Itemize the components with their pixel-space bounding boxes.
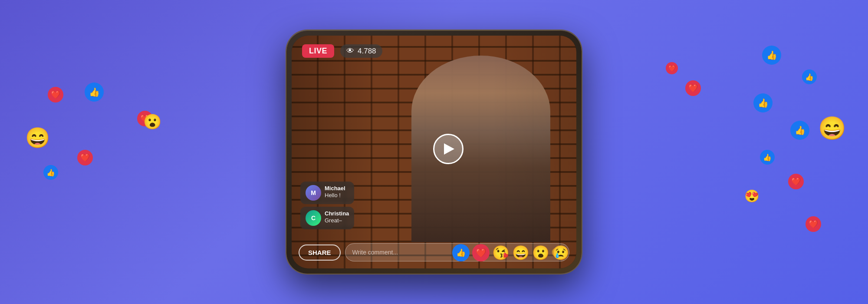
comment-name-michael: Michael: [325, 185, 345, 192]
floating-thumb-right-1: 👍: [762, 46, 781, 65]
viewer-count: 👁 4.788: [340, 44, 382, 58]
floating-heart-left-2: ❤️: [48, 87, 63, 102]
floating-thumb-left-2: 👍: [43, 165, 58, 180]
floating-thumb-right-2: 👍: [802, 69, 817, 84]
phone-body: LIVE 👁 4.788 M Michael Hello !: [286, 30, 582, 274]
sad-reaction[interactable]: 😢: [552, 245, 569, 261]
floating-heart-right-3: ❤️: [788, 174, 804, 189]
comment-christina: C Christina Great–: [300, 207, 354, 229]
comment-text-christina: Christina Great–: [325, 210, 349, 224]
play-triangle-icon: [444, 143, 454, 155]
comment-msg-christina: Great–: [325, 217, 349, 224]
avatar-michael: M: [306, 185, 321, 201]
phone-device: LIVE 👁 4.788 M Michael Hello !: [286, 30, 582, 274]
share-button[interactable]: SHARE: [299, 245, 341, 261]
floating-heart-right-2: ❤️: [666, 62, 678, 74]
live-badge: LIVE: [302, 44, 334, 58]
wow-reaction[interactable]: 😮: [532, 245, 549, 261]
comment-msg-michael: Hello !: [325, 192, 345, 198]
floating-thumb-right-4: 👍: [790, 121, 809, 140]
thumbs-up-reaction[interactable]: 👍: [452, 244, 470, 261]
comment-placeholder: Write comment...: [352, 249, 398, 256]
comment-text-michael: Michael Hello !: [325, 185, 345, 198]
laugh-reaction[interactable]: 😄: [512, 245, 529, 261]
floating-emoji-happy-left: 😄: [25, 126, 50, 149]
floating-thumb-right-3: 👍: [753, 93, 773, 112]
floating-heart-right-4: ❤️: [806, 216, 821, 232]
eye-icon: 👁: [346, 46, 354, 56]
floating-thumb-right-5: 👍: [760, 150, 775, 165]
comment-name-christina: Christina: [325, 210, 349, 217]
floating-thumb-left-1: 👍: [85, 83, 104, 102]
floating-emoji-surprised-left: 😮: [143, 113, 161, 130]
phone-screen: LIVE 👁 4.788 M Michael Hello !: [292, 36, 576, 268]
heart-reaction[interactable]: ❤️: [472, 244, 490, 261]
top-bar: LIVE 👁 4.788: [302, 44, 566, 58]
floating-emoji-happy-right: 😄: [818, 115, 846, 142]
play-button[interactable]: [433, 134, 464, 164]
viewer-number: 4.788: [358, 47, 376, 56]
avatar-christina: C: [306, 210, 321, 226]
reaction-bar: 👍 ❤️ 😘 😄 😮 😢: [452, 244, 569, 261]
comments-area: M Michael Hello ! C Christina Great–: [300, 182, 354, 229]
comment-michael: M Michael Hello !: [300, 182, 354, 204]
floating-emoji-love-right: 😍: [744, 189, 760, 203]
kiss-reaction[interactable]: 😘: [492, 245, 510, 261]
floating-heart-right-1: ❤️: [685, 80, 701, 96]
floating-heart-left-3: ❤️: [77, 150, 93, 165]
